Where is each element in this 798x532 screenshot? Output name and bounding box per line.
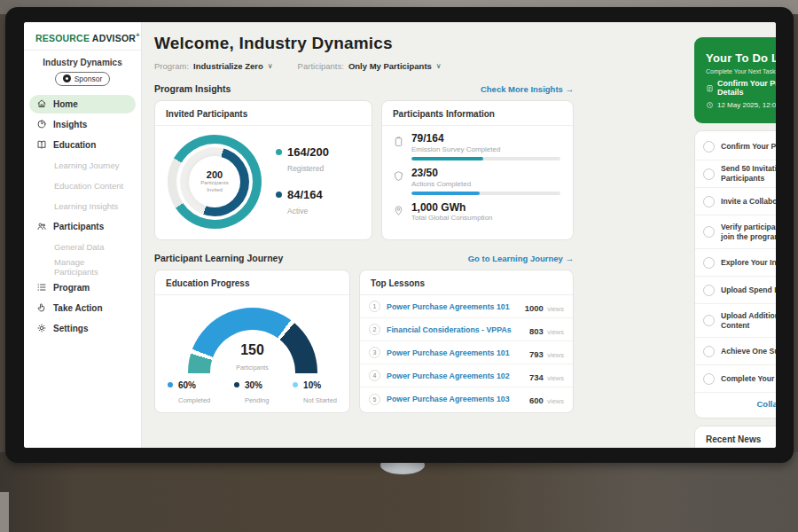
main-area: Welcome, Industry Dynamics Program: Indu…	[142, 22, 776, 448]
sidebar-item-participants[interactable]: Participants	[29, 217, 136, 236]
logo-resource: RESOURCE	[35, 33, 90, 43]
sidebar-item-take-action[interactable]: Take Action	[29, 299, 136, 317]
lesson-row: 2 Financial Considerations - VPPAs 803 v…	[360, 318, 573, 341]
stat-label: Total Global Consumption	[411, 214, 560, 222]
stat-label: Emission Survey Completed	[411, 145, 560, 153]
gauge-center-label: Participants	[236, 364, 269, 371]
settings-icon	[36, 323, 47, 333]
program-icon	[36, 282, 47, 293]
check-more-insights-link[interactable]: Check More Insights →	[481, 84, 574, 94]
views-label: views	[547, 351, 564, 359]
sidebar-item-label: Learning Journey	[54, 160, 119, 170]
task-row: Achieve One Sustainability Target ? ›	[695, 338, 776, 365]
progress-bar	[411, 157, 483, 160]
sidebar-item-manage-participants[interactable]: Manage Participants	[29, 258, 136, 277]
participants-value: Only My Participants	[348, 61, 432, 71]
task-checkbox[interactable]	[703, 141, 715, 153]
task-checkbox[interactable]	[703, 373, 715, 385]
lesson-title-link[interactable]: Power Purchase Agreements 101	[387, 302, 519, 311]
sidebar-item-general-data[interactable]: General Data	[29, 238, 136, 256]
legend-label: Not Started	[303, 396, 337, 404]
task-label: Explore Your Insights Dashboard	[721, 258, 776, 268]
lesson-title-link[interactable]: Power Purchase Agreements 101	[387, 348, 523, 357]
sidebar-nav: Home Insights Education Learning Journey…	[24, 93, 141, 340]
lesson-views: 734	[529, 372, 544, 382]
program-value: Industrialize Zero	[193, 61, 263, 71]
chevron-down-icon: ∨	[268, 62, 273, 70]
task-label: Upload Spend Data Records	[721, 286, 776, 295]
task-checkbox[interactable]	[703, 257, 715, 269]
education-progress-card: Education Progress 150 Participants 60%	[154, 270, 350, 413]
legend-registered: 164/200 Registered	[276, 146, 329, 175]
task-row: Complete Your Learning Journey ? ›	[695, 365, 776, 393]
legend-value: 10%	[303, 380, 337, 390]
lesson-title-link[interactable]: Power Purchase Agreements 102	[387, 372, 523, 380]
org-name: Industry Dynamics	[24, 58, 141, 67]
sidebar-item-label: General Data	[54, 242, 105, 252]
legend-label: Active	[287, 207, 308, 215]
todo-subtitle: Complete Your Next Task:	[706, 68, 776, 74]
sponsor-badge: Sponsor	[55, 72, 110, 86]
task-row: Invite a Collaborator ? ›	[695, 188, 776, 215]
sidebar-item-label: Participants	[53, 222, 104, 231]
sidebar-item-settings[interactable]: Settings	[29, 319, 136, 338]
sidebar-item-insights[interactable]: Insights	[29, 115, 136, 134]
card-title: Education Progress	[155, 270, 349, 295]
sidebar-item-label: Home	[53, 99, 78, 109]
task-label: Invite a Collaborator	[721, 197, 776, 207]
sidebar-item-label: Settings	[53, 324, 88, 333]
chevron-down-icon: ∨	[436, 62, 442, 70]
legend-dot-blue	[168, 382, 173, 387]
stat-label: Actions Completed	[411, 180, 560, 188]
lesson-title-link[interactable]: Power Purchase Agreements 103	[387, 395, 523, 403]
stat-emission-survey: 79/164 Emission Survey Completed	[382, 126, 573, 160]
task-row: Explore Your Insights Dashboard ? ›	[695, 249, 776, 277]
program-dropdown[interactable]: Program: Industrialize Zero ∨	[154, 61, 273, 71]
document-icon	[706, 84, 714, 92]
sidebar-item-program[interactable]: Program	[29, 278, 136, 297]
task-checkbox[interactable]	[703, 226, 715, 238]
card-title: Top Lessons	[360, 270, 573, 295]
stat-global-consumption: 1,000 GWh Total Global Consumption	[382, 195, 573, 223]
main-content: Welcome, Industry Dynamics Program: Indu…	[142, 22, 583, 426]
filters-row: Program: Industrialize Zero ∨ Participan…	[154, 61, 583, 71]
lesson-row: 4 Power Purchase Agreements 102 734 view…	[360, 364, 573, 387]
task-checkbox[interactable]	[703, 285, 715, 296]
participants-dropdown[interactable]: Participants: Only My Participants ∨	[298, 61, 442, 71]
gauge-legend: 60% Completed 30% Pending 10% Not Starte…	[155, 375, 349, 406]
legend-dot-navy	[276, 192, 282, 198]
insights-cards-row: Invited Participants 200 Participants In…	[154, 100, 583, 240]
legend-value: 60%	[178, 380, 210, 390]
sponsor-icon	[63, 74, 71, 82]
go-to-learning-journey-link[interactable]: Go to Learning Journey →	[468, 254, 574, 263]
task-label: Send 50 Invitations to Participants	[721, 164, 776, 183]
tasks-list-card: Confirm Your Program Details ? › Send 50…	[694, 130, 776, 419]
lesson-rank: 4	[369, 370, 380, 381]
location-pin-icon	[393, 205, 404, 216]
program-insights-header: Program Insights Check More Insights →	[154, 83, 583, 94]
task-checkbox[interactable]	[703, 196, 715, 207]
legend-active: 84/164 Active	[276, 189, 329, 217]
insights-icon	[36, 119, 47, 129]
invited-participants-card: Invited Participants 200 Participants In…	[154, 100, 372, 240]
sidebar-item-learning-insights[interactable]: Learning Insights	[29, 197, 136, 215]
stat-value: 79/164	[411, 133, 560, 145]
collapse-tasks-link[interactable]: Collapse Tasks ∧	[695, 393, 776, 416]
lesson-title-link[interactable]: Financial Considerations - VPPAs	[387, 325, 523, 334]
sidebar-item-label: Take Action	[53, 303, 103, 313]
participants-information-card: Participants Information 79/164 Emission…	[381, 100, 574, 240]
sidebar-item-education-content[interactable]: Education Content	[29, 176, 136, 195]
background-desk-edge	[0, 492, 9, 532]
sidebar-item-education[interactable]: Education	[29, 136, 136, 154]
legend-label: Registered	[287, 164, 324, 173]
task-checkbox[interactable]	[703, 346, 715, 357]
sidebar: RESOURCE ADVISOR+ Industry Dynamics Spon…	[24, 22, 142, 448]
sidebar-item-learning-journey[interactable]: Learning Journey	[29, 156, 136, 175]
legend-dot-dark-navy	[234, 382, 239, 387]
sidebar-item-home[interactable]: Home	[29, 95, 136, 113]
task-checkbox[interactable]	[703, 168, 715, 180]
logo-plus: +	[136, 31, 140, 39]
task-checkbox[interactable]	[703, 315, 715, 326]
participants-icon	[36, 221, 47, 231]
learning-journey-header: Participant Learning Journey Go to Learn…	[154, 253, 583, 263]
